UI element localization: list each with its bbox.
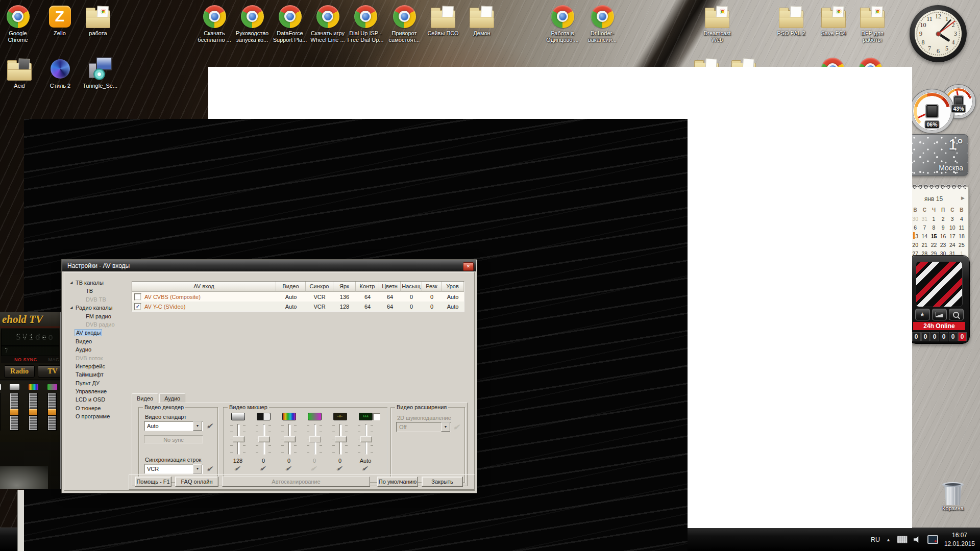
sidebar-item-1[interactable]: ТВ (69, 287, 132, 295)
calendar-day-cell[interactable]: 10 (948, 224, 957, 231)
column-header-1[interactable]: Видео (276, 282, 306, 292)
calendar-day-cell[interactable]: 1 (929, 216, 938, 222)
video-standard-combo[interactable]: Auto ▼ (144, 421, 203, 431)
expand-marker-icon[interactable]: ◢ (70, 279, 72, 287)
sidebar-item-0[interactable]: ◢ТВ каналы (69, 279, 132, 287)
skin-slider-handle[interactable] (10, 409, 19, 416)
calendar-day-cell[interactable]: 14 (920, 233, 929, 239)
table-row[interactable]: ✓AV Y-C (SVideo)AutoVCR128646400Auto (132, 302, 464, 311)
expand-marker-icon[interactable]: ◢ (70, 304, 72, 312)
column-header-5[interactable]: Цветн (379, 282, 401, 292)
sidebar-item-6[interactable]: AV входы (69, 329, 132, 337)
skin-slider-track[interactable] (0, 393, 1, 431)
skin-slider-hue[interactable] (24, 384, 42, 431)
slider-track[interactable] (331, 423, 349, 456)
sidebar-item-15[interactable]: О тюнере (69, 404, 132, 412)
calendar-next-icon[interactable]: ▶ (961, 195, 965, 201)
online-counter-gadget[interactable]: ★ 24h Online 000000 (909, 255, 970, 344)
search-button[interactable] (949, 309, 964, 320)
calendar-day-cell[interactable]: 8 (929, 224, 938, 231)
skin-slider-track[interactable] (29, 393, 38, 431)
mixer-slider-contrast[interactable]: 0✔ (252, 413, 275, 472)
calendar-day-cell[interactable]: 11 (957, 224, 966, 231)
behold-tv-panel[interactable]: ehold TV SVideo 7 NO SYNC MACROVISION Ra… (0, 312, 62, 489)
calendar-day-cell[interactable]: 25 (957, 242, 966, 248)
calendar-day-cell[interactable]: 24 (948, 242, 957, 248)
sidebar-item-13[interactable]: Управление (69, 387, 132, 395)
skin-slider-contrast[interactable] (0, 384, 5, 431)
column-header-6[interactable]: Насыщ (401, 282, 422, 292)
footer-button-1[interactable]: FAQ онлайн (175, 477, 218, 487)
radio-button[interactable]: Radio (4, 365, 35, 378)
apply-check-icon[interactable]: ✔ (207, 421, 214, 431)
apply-check-icon[interactable]: ✔ (328, 464, 352, 472)
slider-thumb[interactable] (284, 436, 296, 442)
calendar-day-cell[interactable]: 17 (948, 233, 957, 239)
calendar-day-cell[interactable]: 23 (939, 242, 948, 248)
sidebar-item-12[interactable]: Пульт ДУ (69, 379, 132, 387)
slider-thumb[interactable] (360, 436, 372, 442)
skin-slider-track[interactable] (47, 393, 57, 431)
sidebar-item-3[interactable]: ◢Радио каналы (69, 304, 132, 312)
apply-check-icon[interactable]: ✔ (226, 464, 250, 472)
sidebar-item-8[interactable]: Аудио (69, 345, 132, 354)
checkbox-unchecked[interactable] (134, 293, 141, 300)
mixer-slider-hue[interactable]: 0✔ (278, 413, 300, 472)
footer-button-3[interactable]: По умолчанию (377, 477, 418, 487)
sidebar-item-11[interactable]: Таймшифт (69, 370, 132, 379)
footer-button-0[interactable]: Помощь - F1 (135, 477, 172, 487)
column-header-0[interactable]: AV вход (132, 282, 276, 292)
slider-track[interactable] (357, 423, 374, 456)
column-header-4[interactable]: Контр (356, 282, 379, 292)
taskbar-clock[interactable]: 16:07 12.01.2015 (944, 531, 977, 548)
chevron-down-icon[interactable]: ▼ (193, 464, 202, 473)
column-header-3[interactable]: Ярк (333, 282, 356, 292)
sidebar-item-4[interactable]: FM радио (69, 312, 132, 320)
calendar-day-cell[interactable]: 31 (920, 216, 929, 222)
apply-check-icon[interactable]: ✔ (354, 464, 377, 472)
skin-slider-brightness[interactable] (5, 384, 23, 431)
tv-button[interactable]: TV (38, 365, 62, 378)
keyboard-tray-icon[interactable] (897, 536, 908, 543)
calendar-day-cell[interactable]: 3 (948, 216, 957, 222)
language-indicator[interactable]: RU (871, 536, 880, 543)
calendar-day-cell[interactable]: 4 (957, 216, 966, 222)
column-header-7[interactable]: Резк (422, 282, 442, 292)
tab-audio[interactable]: Аудио (159, 393, 185, 404)
dialog-titlebar[interactable]: Настройки - AV входы ✕ (62, 260, 476, 271)
footer-button-4[interactable]: Закрыть (422, 477, 463, 487)
favorite-button[interactable]: ★ (915, 309, 930, 320)
mixer-slider-agc[interactable]: ∧∧∧Auto✔ (354, 413, 377, 472)
close-button[interactable]: ✕ (463, 262, 474, 271)
skin-slider-handle[interactable] (47, 409, 57, 416)
sidebar-item-14[interactable]: LCD и OSD (69, 395, 132, 404)
sidebar-item-16[interactable]: О программе (69, 412, 132, 420)
skin-slider-saturation[interactable] (43, 384, 61, 431)
clock-gadget[interactable]: 111098765432112 (910, 5, 967, 62)
agc-checkbox[interactable] (373, 413, 380, 420)
display-tray-icon[interactable] (927, 535, 938, 544)
apply-check-icon[interactable]: ✔ (207, 464, 214, 473)
skin-slider-handle[interactable] (29, 409, 38, 416)
show-hidden-icons-arrow[interactable]: ▲ (886, 537, 891, 542)
apply-check-icon[interactable]: ✔ (277, 464, 301, 472)
calendar-day-cell[interactable]: 16 (939, 233, 948, 239)
weather-gadget[interactable]: 1° Москва (910, 134, 968, 176)
slider-track[interactable] (280, 423, 298, 456)
skin-slider-handle[interactable] (0, 409, 1, 416)
calendar-day-cell[interactable]: 18 (957, 233, 966, 239)
calendar-day-cell[interactable]: 7 (920, 224, 929, 231)
column-header-2[interactable]: Синхро (306, 282, 333, 292)
sidebar-item-7[interactable]: Видео (69, 337, 132, 345)
slider-thumb[interactable] (233, 436, 244, 442)
table-row[interactable]: AV CVBS (Composite)AutoVCR136646400Auto (132, 292, 464, 302)
calendar-day-cell[interactable]: 2 (939, 216, 948, 222)
calendar-day-cell[interactable]: 15 (929, 233, 938, 239)
calendar-day-cell[interactable]: 9 (939, 224, 948, 231)
volume-tray-icon[interactable] (914, 536, 921, 543)
apply-check-icon[interactable]: ✔ (252, 464, 275, 472)
slider-track[interactable] (229, 423, 247, 456)
sidebar-item-10[interactable]: Интерфейс (69, 362, 132, 370)
chevron-down-icon[interactable]: ▼ (193, 421, 202, 431)
slider-track[interactable] (255, 423, 272, 456)
